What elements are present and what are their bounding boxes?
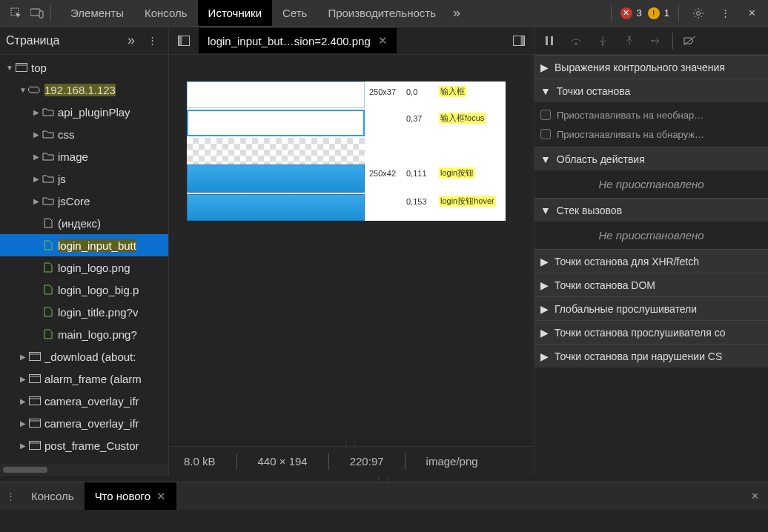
pause-icon[interactable] [539,30,560,51]
svg-rect-20 [546,36,548,45]
tree-item[interactable]: ▼192.168.1.123 [0,79,168,101]
section-xhr-breakpoints[interactable]: ▶Точки останова для XHR/fetch [534,249,768,273]
section-scope[interactable]: ▼Область действия [534,147,768,170]
file-tab-close-icon[interactable]: ✕ [378,34,388,47]
drawer-kebab-icon[interactable]: ⋮ [0,486,21,507]
file-icon [42,307,55,317]
section-watch[interactable]: ▶Выражения контрольного значения [534,55,768,79]
pause-uncaught-checkbox[interactable]: Приостанавливать на необнар… [540,105,762,124]
tree-item[interactable]: ▶alarm_frame (alarm [0,368,168,390]
tree-item[interactable]: login_logo_big.p [0,279,168,301]
tree-item[interactable]: ▼top [0,56,168,79]
expand-arrow-icon: ▶ [18,353,28,361]
debugger-accordion: ▶Выражения контрольного значения ▼Точки … [534,55,768,368]
toggle-debugger-icon[interactable] [509,30,529,51]
tree-item[interactable]: ▶post_frame_Custor [0,434,168,456]
more-tabs-icon[interactable]: » [446,3,467,24]
navigator-panel: Страница » ⋮ ▼top▼192.168.1.123▶api_plug… [0,27,169,476]
error-count: 3 [637,7,642,19]
pause-caught-checkbox[interactable]: Приостанавливать на обнаруж… [540,124,762,144]
tree-item-label: _download (about: [44,350,136,363]
tree-item-label: login_logo.png [58,262,130,274]
warn-icon: ! [648,7,660,19]
section-global-listeners[interactable]: ▶Глобальные прослушиватели [534,296,768,320]
step-out-icon[interactable] [619,30,640,51]
tree-item[interactable]: ▶js [0,167,168,190]
svg-rect-17 [179,36,182,45]
section-csp-breakpoints[interactable]: ▶Точки останова при нарушении CS [534,344,768,368]
resize-handle[interactable] [169,440,534,446]
drawer-tab-0[interactable]: Консоль [21,482,85,510]
step-into-icon[interactable] [592,30,613,51]
file-icon [42,262,55,273]
frame-icon [28,441,42,450]
file-tab[interactable]: login_input_but…sion=2.400.png ✕ [199,28,397,53]
debugger-panel: ▶Выражения контрольного значения ▼Точки … [534,27,768,476]
device-toggle-icon[interactable] [27,3,47,24]
navigator-kebab-icon[interactable]: ⋮ [142,30,162,51]
svg-point-22 [575,42,577,44]
tree-item[interactable]: ▶image [0,145,168,167]
step-over-icon[interactable] [566,30,586,51]
inspect-icon[interactable] [6,3,27,24]
tree-item[interactable]: main_logo.png? [0,323,168,345]
top-tab-элементы[interactable]: Элементы [60,0,134,26]
tree-item[interactable]: ▶_download (about: [0,345,168,368]
drawer-tab-1[interactable]: Что нового✕ [85,482,176,510]
tree-item[interactable]: login_input_butt [0,234,168,256]
frame-icon [28,419,42,428]
expand-arrow-icon: ▶ [18,397,28,405]
drawer-resize-handle[interactable] [0,476,768,482]
callstack-empty: Не приостановлено [534,222,768,249]
tree-item[interactable]: ▶camera_overlay_ifr [0,390,168,412]
tree-item[interactable]: (индекс) [0,212,168,234]
tree-item[interactable]: ▶camera_overlay_ifr [0,412,168,434]
file-icon [42,240,55,250]
toggle-navigator-icon[interactable] [173,30,194,51]
svg-rect-4 [16,64,27,72]
navigator-more-icon[interactable]: » [121,30,142,51]
tree-item-label: js [58,173,66,185]
section-callstack[interactable]: ▼Стек вызовов [534,198,768,222]
svg-rect-19 [521,36,525,45]
horizontal-scrollbar[interactable] [0,464,168,476]
folder-icon [42,130,55,139]
section-breakpoints[interactable]: ▼Точки останова [534,79,768,102]
section-event-breakpoints[interactable]: ▶Точки останова прослушивателя со [534,320,768,344]
drawer-close-icon[interactable]: ✕ [742,491,768,502]
sprite-annotation-row: 0,153login按钮hover [369,196,503,207]
tree-item-label: login_logo_big.p [58,284,139,296]
image-preview: 250x370,0输入框0,37输入框focus250x420,111login… [169,55,534,440]
deactivate-breakpoints-icon[interactable] [679,30,700,51]
section-dom-breakpoints[interactable]: ▶Точки останова DOM [534,273,768,296]
folder-icon [42,196,55,205]
drawer-tab-close-icon[interactable]: ✕ [156,490,166,503]
settings-icon[interactable] [688,3,709,24]
kebab-icon[interactable]: ⋮ [715,3,735,24]
image-dimensions: 440 × 194 [252,455,314,468]
sprite-login-button [187,164,365,193]
tree-item-label: alarm_frame (alarm [44,373,142,385]
top-tab-консоль[interactable]: Консоль [134,0,198,26]
svg-point-3 [697,11,701,15]
section-global-label: Глобальные прослушиватели [555,303,697,315]
top-tab-источники[interactable]: Источники [198,0,272,26]
top-tab-сеть[interactable]: Сеть [272,0,317,26]
close-devtools-icon[interactable]: ✕ [741,3,762,24]
section-watch-label: Выражения контрольного значения [555,61,725,73]
top-tab-производительность[interactable]: Производительность [317,0,446,26]
tree-item[interactable]: ▶css [0,123,168,145]
tree-item[interactable]: login_title.png?v [0,301,168,323]
warn-count: 1 [664,7,669,19]
sprite-input-focus [187,110,365,136]
tree-item-label: main_logo.png? [58,328,137,341]
tree-item[interactable]: ▶api_pluginPlay [0,101,168,123]
file-icon [42,218,55,228]
tree-item[interactable]: ▶jsCore [0,190,168,212]
expand-arrow-icon: ▼ [18,86,28,94]
tree-item[interactable]: login_logo.png [0,256,168,279]
step-icon[interactable] [646,30,666,51]
error-badge[interactable]: ✕ 3 [620,7,642,19]
warn-badge[interactable]: ! 1 [648,7,669,19]
file-tree[interactable]: ▼top▼192.168.1.123▶api_pluginPlay▶css▶im… [0,55,168,464]
